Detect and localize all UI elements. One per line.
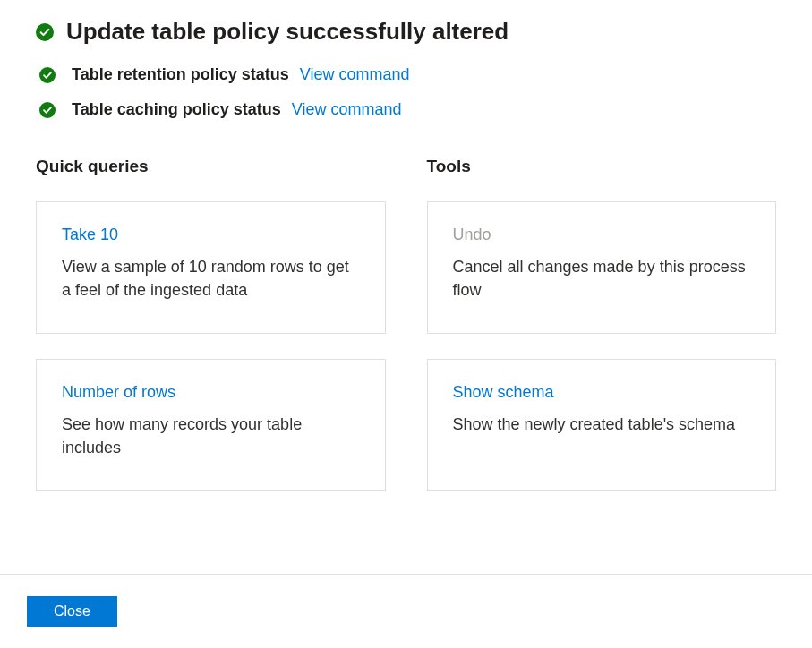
svg-point-2	[39, 102, 56, 118]
columns-container: Quick queries Take 10 View a sample of 1…	[36, 157, 776, 516]
tools-column: Tools Undo Cancel all changes made by th…	[427, 157, 777, 516]
page-title: Update table policy successfully altered	[66, 18, 509, 46]
quick-queries-heading: Quick queries	[36, 157, 386, 176]
number-of-rows-desc: See how many records your table includes	[62, 413, 360, 459]
tools-heading: Tools	[427, 157, 777, 176]
status-label: Table retention policy status	[72, 65, 289, 84]
number-of-rows-title: Number of rows	[62, 383, 360, 402]
take-10-card[interactable]: Take 10 View a sample of 10 random rows …	[36, 201, 386, 334]
success-check-icon	[39, 67, 56, 83]
status-label: Table caching policy status	[72, 100, 281, 119]
show-schema-card[interactable]: Show schema Show the newly created table…	[427, 359, 777, 491]
view-command-link-retention[interactable]: View command	[300, 65, 410, 84]
status-row-caching: Table caching policy status View command	[36, 100, 776, 119]
undo-title: Undo	[453, 226, 751, 244]
success-check-icon	[36, 23, 54, 41]
close-button[interactable]: Close	[27, 596, 117, 627]
status-row-retention: Table retention policy status View comma…	[36, 65, 776, 84]
number-of-rows-card[interactable]: Number of rows See how many records your…	[36, 359, 386, 491]
success-check-icon	[39, 102, 56, 118]
quick-queries-column: Quick queries Take 10 View a sample of 1…	[36, 157, 386, 516]
undo-desc: Cancel all changes made by this process …	[453, 255, 751, 302]
show-schema-desc: Show the newly created table's schema	[453, 413, 751, 436]
show-schema-title: Show schema	[453, 383, 751, 402]
take-10-desc: View a sample of 10 random rows to get a…	[62, 255, 360, 302]
header-row: Update table policy successfully altered	[36, 18, 776, 46]
undo-card[interactable]: Undo Cancel all changes made by this pro…	[427, 201, 777, 334]
svg-point-0	[36, 23, 54, 41]
take-10-title: Take 10	[62, 226, 360, 244]
svg-point-1	[39, 67, 56, 83]
footer-bar: Close	[0, 574, 812, 648]
view-command-link-caching[interactable]: View command	[292, 100, 402, 119]
